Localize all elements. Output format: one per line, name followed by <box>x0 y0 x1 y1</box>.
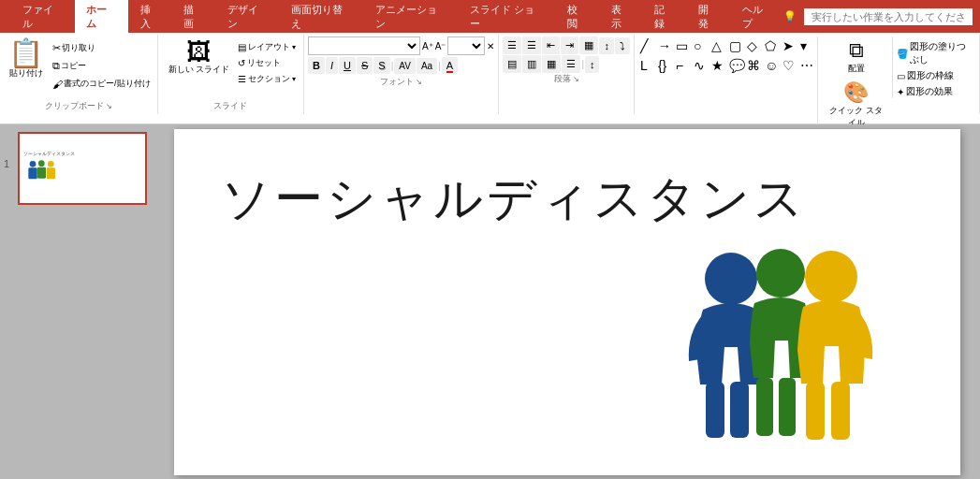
shape-rounded-rect[interactable]: ▢ <box>727 36 744 55</box>
justify-button[interactable]: ☰ <box>562 55 580 73</box>
font-color-icon: A <box>446 60 453 73</box>
shape-l[interactable]: L <box>638 56 655 75</box>
indent-less-button[interactable]: ⇤ <box>542 36 560 54</box>
align-left-button[interactable]: ▤ <box>503 55 521 73</box>
tab-view[interactable]: 表示 <box>600 0 643 36</box>
shape-star[interactable]: ★ <box>709 56 726 75</box>
clipboard-expand-icon[interactable]: ↘ <box>106 102 112 110</box>
svg-point-12 <box>805 251 857 303</box>
shape-tri[interactable]: △ <box>709 36 726 55</box>
shape-pentagon[interactable]: ⬠ <box>763 36 780 55</box>
tab-review[interactable]: 校閲 <box>556 0 599 36</box>
shadow-button[interactable]: S <box>373 57 389 74</box>
clipboard-small-buttons: ✂ 切り取り ⧉ コピー 🖌 書式のコピー/貼り付け <box>50 36 154 92</box>
slide-group-items: 🖼 新しい スライド ▤ レイアウト ▾ ↺ リセット ☰ セク <box>164 36 299 100</box>
shape-fill-button[interactable]: 🪣 図形の塗りつぶし <box>897 40 975 66</box>
underline-button[interactable]: U <box>339 57 356 74</box>
shape-callout[interactable]: 💬 <box>727 56 744 75</box>
font-size-select[interactable] <box>447 36 485 55</box>
font-expand-icon[interactable]: ↘ <box>416 78 422 86</box>
strikethrough-button[interactable]: S <box>357 57 373 74</box>
numbered-button[interactable]: ☰ <box>522 36 541 54</box>
tab-dev[interactable]: 開発 <box>687 0 730 36</box>
shape-outline-button[interactable]: ▭ 図形の枠線 <box>897 69 975 82</box>
columns-button[interactable]: ▦ <box>579 36 598 54</box>
tab-transition[interactable]: 画面切り替え <box>280 0 363 36</box>
align-center-button[interactable]: ▥ <box>522 55 541 73</box>
new-slide-button[interactable]: 🖼 新しい スライド <box>164 36 235 79</box>
shape-smiley[interactable]: ☺ <box>763 56 780 75</box>
font-name-select[interactable] <box>308 36 420 55</box>
text-direction-button[interactable]: ↕ <box>599 37 614 54</box>
shape-circle[interactable]: ○ <box>692 36 709 55</box>
paragraph-group-label: 段落 ↘ <box>503 73 630 85</box>
layout-button[interactable]: ▤ レイアウト ▾ <box>236 40 298 54</box>
tab-design[interactable]: デザイン <box>216 0 279 36</box>
main-area: 1 ソーシャルディスタンス <box>0 124 980 479</box>
people-svg <box>680 240 885 455</box>
shape-more2[interactable]: ⋯ <box>798 56 815 75</box>
tab-draw[interactable]: 描画 <box>172 0 215 36</box>
para-row1: ☰ ☰ ⇤ ⇥ ▦ ↕ ⤵ <box>503 36 630 54</box>
font-row2: B I U S S | AV Aa | A <box>308 57 494 74</box>
shape-scroll[interactable]: ⌘ <box>745 56 762 75</box>
shape-rect-outline[interactable]: ▭ <box>674 36 691 55</box>
paragraph-group: ☰ ☰ ⇤ ⇥ ▦ ↕ ⤵ ▤ ▥ ▦ ☰ | ↕ 段落 ↘ <box>499 35 635 114</box>
copy-icon: ⧉ <box>52 60 60 72</box>
bold-button[interactable]: B <box>308 57 325 74</box>
cut-button[interactable]: ✂ 切り取り <box>50 40 154 56</box>
svg-point-0 <box>29 161 36 167</box>
shape-diamond[interactable]: ◇ <box>745 36 762 55</box>
tab-record[interactable]: 記録 <box>643 0 686 36</box>
arrange-quickstyle: ⧉ 配置 🎨 クイック スタイル <box>817 36 890 131</box>
shape-heart[interactable]: ♡ <box>781 56 797 75</box>
italic-button[interactable]: I <box>326 57 338 74</box>
shape-bracket[interactable]: {} <box>656 56 673 75</box>
font-size-decrease-icon[interactable]: A⁻ <box>435 41 446 51</box>
arrange-button[interactable]: ⧉ 配置 <box>822 36 890 77</box>
shape-arrow[interactable]: → <box>656 36 673 55</box>
shape-brace[interactable]: ⌐ <box>674 56 691 75</box>
lightbulb-icon: 💡 <box>783 10 797 22</box>
copy-button[interactable]: ⧉ コピー <box>50 58 154 74</box>
align-right-button[interactable]: ▦ <box>542 55 561 73</box>
new-slide-icon: 🖼 <box>186 39 211 64</box>
shape-more[interactable]: ▾ <box>798 36 815 55</box>
arrange-icon: ⧉ <box>849 38 864 63</box>
indent-more-button[interactable]: ⇥ <box>561 36 578 54</box>
svg-rect-7 <box>706 382 724 438</box>
svg-rect-14 <box>831 382 850 440</box>
shape-line[interactable]: ╱ <box>638 36 655 55</box>
tab-help[interactable]: ヘルプ <box>731 0 783 36</box>
convert-smartart-button[interactable]: ⤵ <box>615 37 630 54</box>
slide-canvas-area[interactable]: ソーシャルディスタンス <box>154 124 980 479</box>
reset-button[interactable]: ↺ リセット <box>236 56 298 70</box>
line-spacing-button[interactable]: ↕ <box>585 56 600 73</box>
clear-format-icon[interactable]: ✕ <box>487 41 494 51</box>
quick-style-button[interactable]: 🎨 クイック スタイル <box>822 79 890 131</box>
tab-file[interactable]: ファイル <box>11 0 74 36</box>
charspacing-button[interactable]: AV <box>394 58 416 74</box>
paste-button[interactable]: 📋 貼り付け <box>4 36 48 82</box>
tab-insert[interactable]: 挿入 <box>129 0 172 36</box>
changecase-button[interactable]: Aa <box>417 58 437 74</box>
shape-arrow-right[interactable]: ➤ <box>781 36 797 55</box>
format-copy-button[interactable]: 🖌 書式のコピー/貼り付け <box>50 76 154 92</box>
slide-title[interactable]: ソーシャルディスタンス <box>221 167 960 232</box>
shape-effect-button[interactable]: ✦ 図形の効果 <box>897 85 975 98</box>
slide-thumbnail[interactable]: ソーシャルディスタンス <box>18 132 147 205</box>
tab-animation[interactable]: アニメーション <box>364 0 458 36</box>
tab-slideshow[interactable]: スライド ショー <box>459 0 555 36</box>
para-expand-icon[interactable]: ↘ <box>573 75 579 83</box>
tab-home[interactable]: ホーム <box>75 0 127 36</box>
cut-label: 切り取り <box>62 42 95 54</box>
clipboard-group-label: クリップボード ↘ <box>4 100 154 112</box>
search-input[interactable] <box>804 8 973 25</box>
bullets-button[interactable]: ☰ <box>503 36 521 54</box>
font-size-increase-icon[interactable]: A⁺ <box>422 41 433 51</box>
shape-effect-label: 図形の効果 <box>906 85 953 98</box>
shape-wave[interactable]: ∿ <box>692 56 709 75</box>
section-button[interactable]: ☰ セクション ▾ <box>236 72 298 86</box>
quick-style-icon: 🎨 <box>843 80 869 105</box>
font-color-button[interactable]: A <box>442 57 458 74</box>
